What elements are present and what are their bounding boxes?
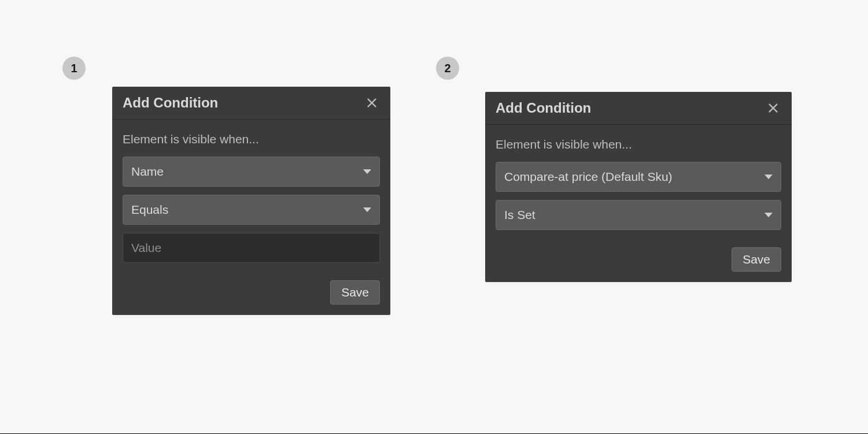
chevron-down-icon xyxy=(363,207,371,212)
add-condition-dialog-1: Add Condition Element is visible when...… xyxy=(112,87,390,315)
chevron-down-icon xyxy=(363,169,371,174)
dialog-title: Add Condition xyxy=(496,100,591,116)
dialog-header: Add Condition xyxy=(112,87,390,120)
dialog-title: Add Condition xyxy=(123,95,218,111)
close-button[interactable] xyxy=(765,100,781,116)
dialog-header: Add Condition xyxy=(485,92,792,125)
step-badge-2: 2 xyxy=(436,57,459,80)
condition-prompt: Element is visible when... xyxy=(123,132,380,146)
badge-number: 1 xyxy=(71,62,77,75)
chevron-down-icon xyxy=(764,175,773,179)
dialog-footer: Save xyxy=(485,247,792,282)
field-select-value: Name xyxy=(131,165,164,179)
chevron-down-icon xyxy=(764,213,773,217)
add-condition-dialog-2: Add Condition Element is visible when...… xyxy=(485,92,792,282)
close-icon xyxy=(365,97,378,109)
dialog-footer: Save xyxy=(112,280,390,315)
operator-select-value: Equals xyxy=(131,203,168,217)
step-badge-1: 1 xyxy=(62,57,86,80)
operator-select[interactable]: Equals xyxy=(123,195,380,225)
dialog-body: Element is visible when... Compare-at pr… xyxy=(485,125,792,247)
close-button[interactable] xyxy=(364,95,380,111)
dialog-body: Element is visible when... Name Equals xyxy=(112,120,390,280)
operator-select[interactable]: Is Set xyxy=(496,200,781,230)
save-button-label: Save xyxy=(743,253,770,266)
field-select-value: Compare-at price (Default Sku) xyxy=(504,170,673,184)
field-select[interactable]: Name xyxy=(123,157,380,187)
badge-number: 2 xyxy=(444,62,450,75)
operator-select-value: Is Set xyxy=(504,208,535,222)
field-select[interactable]: Compare-at price (Default Sku) xyxy=(496,162,781,192)
save-button[interactable]: Save xyxy=(732,247,781,272)
close-icon xyxy=(767,102,780,114)
condition-prompt: Element is visible when... xyxy=(496,138,781,151)
value-input[interactable] xyxy=(123,233,380,263)
save-button[interactable]: Save xyxy=(330,280,380,305)
save-button-label: Save xyxy=(341,285,369,299)
